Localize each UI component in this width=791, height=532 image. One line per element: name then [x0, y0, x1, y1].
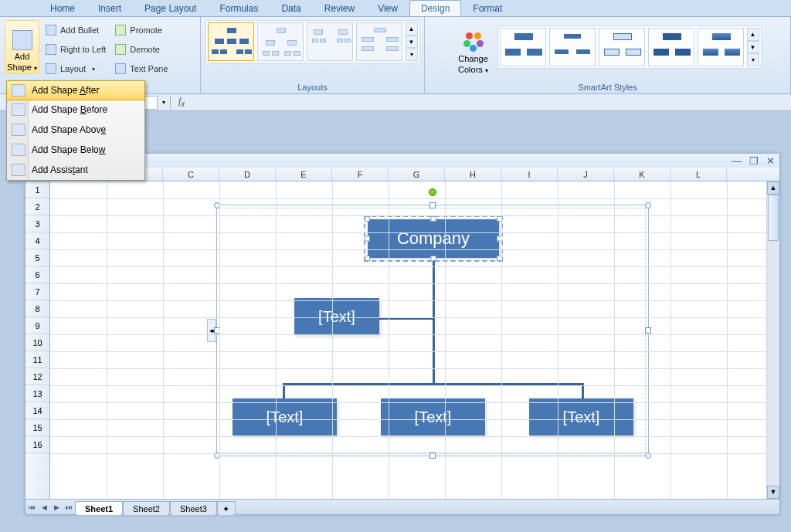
- styles-scroll-up[interactable]: ▲: [747, 28, 759, 41]
- tab-review[interactable]: Review: [313, 0, 366, 16]
- win-restore-icon[interactable]: ❐: [749, 155, 759, 167]
- win-close-icon[interactable]: ✕: [766, 155, 775, 167]
- row-header[interactable]: 2: [25, 198, 49, 215]
- row-header[interactable]: 5: [25, 249, 49, 266]
- row-header[interactable]: 14: [25, 402, 49, 419]
- add-shape-button[interactable]: Add Shape ▾: [5, 20, 39, 74]
- right-to-left-button[interactable]: Right to Left: [42, 41, 109, 58]
- layout-thumb-4[interactable]: [356, 22, 402, 61]
- smartart-node-child[interactable]: [Text]: [529, 398, 633, 435]
- sheet-tab-new[interactable]: ✦: [217, 501, 236, 515]
- styles-scroll-down[interactable]: ▼: [747, 41, 759, 54]
- demote-button[interactable]: Demote: [112, 41, 171, 58]
- menu-add-shape-above[interactable]: Add Shape Above: [7, 120, 144, 140]
- col-header[interactable]: K: [614, 168, 670, 181]
- gallery-scroll-up[interactable]: ▲: [406, 22, 418, 36]
- resize-handle[interactable]: [645, 202, 651, 208]
- col-header[interactable]: L: [670, 168, 727, 181]
- col-header[interactable]: E: [276, 168, 332, 181]
- promote-icon: [115, 25, 126, 36]
- sheet-tab-2[interactable]: Sheet2: [123, 501, 170, 515]
- layouts-gallery: ▲ ▼ ▾: [205, 20, 420, 63]
- scroll-thumb[interactable]: [768, 195, 779, 241]
- tab-home[interactable]: Home: [39, 0, 87, 16]
- row-header[interactable]: 9: [25, 317, 49, 334]
- styles-gallery: ▲ ▼ ▾: [497, 25, 762, 69]
- smartart-node-assistant[interactable]: [Text]: [294, 298, 379, 335]
- row-header[interactable]: 12: [25, 368, 49, 385]
- sheet-tab-3[interactable]: Sheet3: [170, 501, 217, 515]
- col-header[interactable]: G: [389, 168, 445, 181]
- rotate-handle-icon[interactable]: [429, 188, 436, 196]
- formula-input[interactable]: [192, 96, 791, 110]
- row-header[interactable]: 4: [25, 232, 49, 249]
- tab-format[interactable]: Format: [461, 0, 514, 16]
- tab-formulas[interactable]: Formulas: [208, 0, 270, 16]
- ribbon-group-smartart-styles: Change Colors ▾: [425, 17, 791, 93]
- add-bullet-button[interactable]: Add Bullet: [42, 22, 109, 39]
- scroll-down-icon[interactable]: ▼: [767, 486, 779, 499]
- sheet-nav-first[interactable]: ⏮: [25, 503, 38, 511]
- sheet-nav-next[interactable]: ▶: [50, 503, 63, 511]
- row-header[interactable]: 1: [25, 181, 49, 198]
- gallery-expand[interactable]: ▾: [406, 48, 418, 61]
- sheet-nav-prev[interactable]: ◀: [38, 503, 50, 511]
- gallery-scroll-down[interactable]: ▼: [406, 36, 418, 49]
- col-header[interactable]: C: [163, 168, 219, 181]
- smartart-node-child[interactable]: [Text]: [381, 398, 485, 435]
- tab-page-layout[interactable]: Page Layout: [133, 0, 208, 16]
- style-thumb-5[interactable]: [698, 28, 744, 66]
- smartart-node-child[interactable]: [Text]: [233, 398, 337, 435]
- row-header[interactable]: 10: [25, 334, 49, 351]
- layout-button[interactable]: Layout▾: [42, 60, 109, 77]
- layout-thumb-2[interactable]: [257, 22, 304, 61]
- tab-insert[interactable]: Insert: [87, 0, 133, 16]
- style-thumb-2[interactable]: [549, 28, 596, 66]
- style-thumb-4[interactable]: [648, 28, 694, 66]
- tab-design[interactable]: Design: [409, 0, 461, 16]
- add-below-icon: [12, 144, 25, 156]
- change-colors-button[interactable]: Change Colors ▾: [454, 20, 493, 74]
- row-header[interactable]: 15: [25, 419, 49, 436]
- menu-add-shape-before[interactable]: Add Shape Before: [7, 100, 144, 120]
- col-header[interactable]: D: [219, 168, 276, 181]
- layout-thumb-1[interactable]: [208, 22, 254, 61]
- menu-add-assistant[interactable]: Add Assistant: [7, 160, 144, 180]
- row-header[interactable]: 6: [25, 266, 49, 283]
- resize-handle[interactable]: [645, 327, 651, 334]
- win-minimize-icon[interactable]: —: [732, 155, 742, 167]
- menu-add-shape-after[interactable]: Add Shape After: [6, 80, 145, 100]
- col-header[interactable]: F: [332, 168, 389, 181]
- tab-data[interactable]: Data: [270, 0, 312, 16]
- layout-thumb-3[interactable]: [307, 22, 353, 61]
- row-header[interactable]: 13: [25, 385, 49, 402]
- col-header[interactable]: H: [445, 168, 501, 181]
- tab-view[interactable]: View: [366, 0, 409, 16]
- promote-button[interactable]: Promote: [112, 22, 171, 39]
- text-pane-button[interactable]: Text Pane: [112, 60, 171, 77]
- sheet-nav-last[interactable]: ⏭: [63, 503, 75, 511]
- styles-expand[interactable]: ▾: [747, 53, 759, 66]
- style-thumb-1[interactable]: [500, 28, 546, 66]
- col-header[interactable]: I: [501, 168, 558, 181]
- vertical-scrollbar[interactable]: ▲ ▼: [766, 181, 779, 499]
- bullet-icon: [46, 25, 56, 36]
- row-header[interactable]: 3: [25, 215, 49, 232]
- add-after-icon: [12, 84, 25, 97]
- row-header[interactable]: 7: [25, 283, 49, 300]
- fx-icon[interactable]: fx: [170, 96, 192, 108]
- row-header[interactable]: 8: [25, 300, 49, 317]
- menu-add-shape-below[interactable]: Add Shape Below: [7, 140, 144, 160]
- smartart-connector: [433, 259, 435, 383]
- smartart-node-top[interactable]: Company: [368, 219, 499, 258]
- sheet-tab-1[interactable]: Sheet1: [75, 501, 123, 515]
- scroll-up-icon[interactable]: ▲: [767, 181, 779, 195]
- resize-handle[interactable]: [429, 202, 436, 208]
- spreadsheet-grid[interactable]: A B C D E F G H I J K L 1 2 3 4 5 6 7 8 …: [25, 168, 779, 499]
- col-header[interactable]: J: [558, 168, 614, 181]
- cell-area[interactable]: ◂▸: [50, 181, 779, 499]
- style-thumb-3[interactable]: [599, 28, 645, 66]
- row-header[interactable]: 16: [25, 436, 49, 453]
- namebox-dropdown-icon[interactable]: ▾: [158, 99, 170, 106]
- row-header[interactable]: 11: [25, 351, 49, 368]
